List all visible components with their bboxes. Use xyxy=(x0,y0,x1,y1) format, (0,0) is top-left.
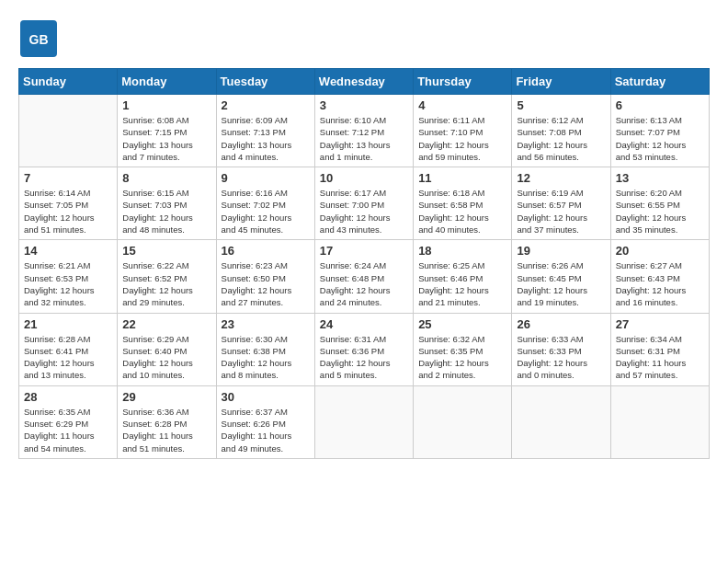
day-number: 13 xyxy=(616,171,704,185)
day-info: Sunrise: 6:18 AMSunset: 6:58 PMDaylight:… xyxy=(418,187,506,236)
header-wednesday: Wednesday xyxy=(314,69,413,95)
day-info: Sunrise: 6:19 AMSunset: 6:57 PMDaylight:… xyxy=(517,187,605,236)
day-number: 26 xyxy=(517,317,605,331)
day-info: Sunrise: 6:27 AMSunset: 6:43 PMDaylight:… xyxy=(616,259,704,308)
day-number: 7 xyxy=(24,171,112,185)
day-number: 6 xyxy=(616,98,704,112)
day-cell: 12Sunrise: 6:19 AMSunset: 6:57 PMDayligh… xyxy=(512,167,610,240)
day-cell: 28Sunrise: 6:35 AMSunset: 6:29 PMDayligh… xyxy=(19,385,118,458)
week-row-1: 7Sunrise: 6:14 AMSunset: 7:05 PMDaylight… xyxy=(19,167,710,240)
day-cell: 13Sunrise: 6:20 AMSunset: 6:55 PMDayligh… xyxy=(610,167,709,240)
day-number: 21 xyxy=(24,317,112,331)
day-info: Sunrise: 6:33 AMSunset: 6:33 PMDaylight:… xyxy=(517,333,605,382)
day-cell: 3Sunrise: 6:10 AMSunset: 7:12 PMDaylight… xyxy=(314,95,413,167)
week-row-4: 28Sunrise: 6:35 AMSunset: 6:29 PMDayligh… xyxy=(19,385,710,458)
day-number: 15 xyxy=(122,244,210,258)
day-cell: 10Sunrise: 6:17 AMSunset: 7:00 PMDayligh… xyxy=(314,167,413,240)
day-cell: 29Sunrise: 6:36 AMSunset: 6:28 PMDayligh… xyxy=(118,385,216,458)
day-cell: 16Sunrise: 6:23 AMSunset: 6:50 PMDayligh… xyxy=(216,240,314,313)
day-info: Sunrise: 6:16 AMSunset: 7:02 PMDaylight:… xyxy=(222,187,310,236)
day-number: 22 xyxy=(122,317,210,331)
day-number: 16 xyxy=(222,244,310,258)
header-tuesday: Tuesday xyxy=(216,69,314,95)
calendar-header-row: SundayMondayTuesdayWednesdayThursdayFrid… xyxy=(19,69,710,95)
day-cell: 6Sunrise: 6:13 AMSunset: 7:07 PMDaylight… xyxy=(610,95,709,167)
day-info: Sunrise: 6:26 AMSunset: 6:45 PMDaylight:… xyxy=(517,259,605,308)
day-number: 29 xyxy=(122,390,210,404)
header-saturday: Saturday xyxy=(610,69,709,95)
day-info: Sunrise: 6:10 AMSunset: 7:12 PMDaylight:… xyxy=(320,114,408,163)
svg-text:GB: GB xyxy=(29,32,49,47)
day-number: 12 xyxy=(517,171,605,185)
day-info: Sunrise: 6:25 AMSunset: 6:46 PMDaylight:… xyxy=(418,259,506,308)
calendar-table: SundayMondayTuesdayWednesdayThursdayFrid… xyxy=(18,68,710,459)
day-info: Sunrise: 6:14 AMSunset: 7:05 PMDaylight:… xyxy=(24,187,112,236)
day-number: 14 xyxy=(24,244,112,258)
day-number: 19 xyxy=(517,244,605,258)
day-cell: 23Sunrise: 6:30 AMSunset: 6:38 PMDayligh… xyxy=(216,313,314,385)
day-info: Sunrise: 6:37 AMSunset: 6:26 PMDaylight:… xyxy=(222,406,310,454)
day-info: Sunrise: 6:22 AMSunset: 6:52 PMDaylight:… xyxy=(122,259,210,308)
day-cell: 14Sunrise: 6:21 AMSunset: 6:53 PMDayligh… xyxy=(19,240,118,313)
header-friday: Friday xyxy=(512,69,610,95)
day-cell: 5Sunrise: 6:12 AMSunset: 7:08 PMDaylight… xyxy=(512,95,610,167)
week-row-0: 1Sunrise: 6:08 AMSunset: 7:15 PMDaylight… xyxy=(19,95,710,167)
logo: GB xyxy=(18,18,63,59)
day-cell: 7Sunrise: 6:14 AMSunset: 7:05 PMDaylight… xyxy=(19,167,118,240)
day-number: 17 xyxy=(320,244,408,258)
day-info: Sunrise: 6:08 AMSunset: 7:15 PMDaylight:… xyxy=(122,114,210,163)
day-cell: 22Sunrise: 6:29 AMSunset: 6:40 PMDayligh… xyxy=(118,313,216,385)
day-cell xyxy=(314,385,413,458)
week-row-3: 21Sunrise: 6:28 AMSunset: 6:41 PMDayligh… xyxy=(19,313,710,385)
day-number: 28 xyxy=(24,390,112,404)
day-number: 9 xyxy=(222,171,310,185)
day-cell xyxy=(19,95,118,167)
day-number: 25 xyxy=(418,317,506,331)
day-number: 4 xyxy=(418,98,506,112)
day-info: Sunrise: 6:13 AMSunset: 7:07 PMDaylight:… xyxy=(616,114,704,163)
day-info: Sunrise: 6:15 AMSunset: 7:03 PMDaylight:… xyxy=(122,187,210,236)
day-number: 18 xyxy=(418,244,506,258)
day-info: Sunrise: 6:32 AMSunset: 6:35 PMDaylight:… xyxy=(418,333,506,382)
day-number: 11 xyxy=(418,171,506,185)
day-cell: 18Sunrise: 6:25 AMSunset: 6:46 PMDayligh… xyxy=(414,240,512,313)
day-number: 1 xyxy=(122,98,210,112)
day-number: 24 xyxy=(320,317,408,331)
day-cell: 21Sunrise: 6:28 AMSunset: 6:41 PMDayligh… xyxy=(19,313,118,385)
day-number: 8 xyxy=(122,171,210,185)
header-sunday: Sunday xyxy=(19,69,118,95)
day-cell: 4Sunrise: 6:11 AMSunset: 7:10 PMDaylight… xyxy=(414,95,512,167)
day-cell: 8Sunrise: 6:15 AMSunset: 7:03 PMDaylight… xyxy=(118,167,216,240)
day-number: 10 xyxy=(320,171,408,185)
day-info: Sunrise: 6:29 AMSunset: 6:40 PMDaylight:… xyxy=(122,333,210,382)
day-cell xyxy=(610,385,709,458)
day-cell: 2Sunrise: 6:09 AMSunset: 7:13 PMDaylight… xyxy=(216,95,314,167)
day-info: Sunrise: 6:35 AMSunset: 6:29 PMDaylight:… xyxy=(24,406,112,454)
day-info: Sunrise: 6:17 AMSunset: 7:00 PMDaylight:… xyxy=(320,187,408,236)
day-info: Sunrise: 6:21 AMSunset: 6:53 PMDaylight:… xyxy=(24,259,112,308)
day-cell: 25Sunrise: 6:32 AMSunset: 6:35 PMDayligh… xyxy=(414,313,512,385)
day-info: Sunrise: 6:36 AMSunset: 6:28 PMDaylight:… xyxy=(122,406,210,454)
day-cell xyxy=(414,385,512,458)
day-cell: 9Sunrise: 6:16 AMSunset: 7:02 PMDaylight… xyxy=(216,167,314,240)
day-number: 5 xyxy=(517,98,605,112)
header-monday: Monday xyxy=(118,69,216,95)
day-info: Sunrise: 6:24 AMSunset: 6:48 PMDaylight:… xyxy=(320,259,408,308)
day-info: Sunrise: 6:12 AMSunset: 7:08 PMDaylight:… xyxy=(517,114,605,163)
day-info: Sunrise: 6:23 AMSunset: 6:50 PMDaylight:… xyxy=(222,259,310,308)
day-number: 27 xyxy=(616,317,704,331)
day-info: Sunrise: 6:09 AMSunset: 7:13 PMDaylight:… xyxy=(222,114,310,163)
day-cell: 15Sunrise: 6:22 AMSunset: 6:52 PMDayligh… xyxy=(118,240,216,313)
page-header: GB xyxy=(18,18,710,59)
week-row-2: 14Sunrise: 6:21 AMSunset: 6:53 PMDayligh… xyxy=(19,240,710,313)
day-cell: 26Sunrise: 6:33 AMSunset: 6:33 PMDayligh… xyxy=(512,313,610,385)
day-cell: 1Sunrise: 6:08 AMSunset: 7:15 PMDaylight… xyxy=(118,95,216,167)
day-info: Sunrise: 6:11 AMSunset: 7:10 PMDaylight:… xyxy=(418,114,506,163)
day-number: 20 xyxy=(616,244,704,258)
day-number: 30 xyxy=(222,390,310,404)
header-thursday: Thursday xyxy=(414,69,512,95)
day-cell: 30Sunrise: 6:37 AMSunset: 6:26 PMDayligh… xyxy=(216,385,314,458)
day-number: 2 xyxy=(222,98,310,112)
day-number: 3 xyxy=(320,98,408,112)
day-cell: 24Sunrise: 6:31 AMSunset: 6:36 PMDayligh… xyxy=(314,313,413,385)
